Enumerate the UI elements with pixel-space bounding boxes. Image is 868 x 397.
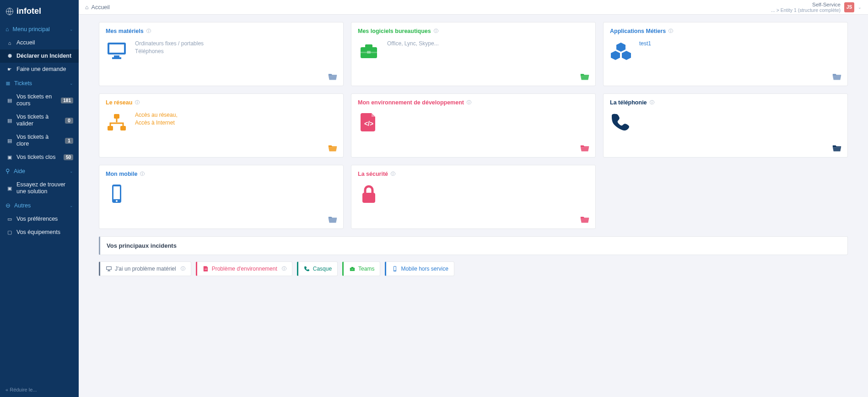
sidebar-item-solution[interactable]: ▣ Essayez de trouver une solution [0,178,79,198]
sidebar-item-label: Vos tickets clos [16,154,60,161]
card-title-text: Mon environnement de développement [358,99,464,106]
card-body [358,111,589,133]
info-icon[interactable]: ⓘ [140,171,145,177]
card-title: Mes matérielsⓘ [106,28,337,34]
menu-section-main[interactable]: ⌂ Menu principal ⌄ [0,22,79,36]
sidebar-item-tickets-encours[interactable]: ▤ Vos tickets en cours 181 [0,90,79,110]
card-icon [358,111,380,133]
sidebar-item-declarer-incident[interactable]: ✺ Déclarer un Incident [0,49,79,63]
card-icon [610,40,632,62]
category-card[interactable]: La sécuritéⓘ [351,165,596,229]
phone-icon [304,266,310,272]
menu-section-tickets[interactable]: ≣ Tickets ⌄ [0,76,79,90]
quick-incident-item[interactable]: Casque [297,261,338,276]
desktop-icon [106,266,112,272]
mobile-icon [392,266,398,272]
category-card[interactable]: Mes logiciels bureautiquesⓘOffice, Lync,… [351,22,596,86]
quick-incident-label: Teams [358,266,374,272]
card-title: Mon mobileⓘ [106,171,337,177]
card-icon [610,111,632,133]
card-title-text: Le réseau [106,99,132,106]
menu-section-aide[interactable]: ⚲ Aide ⌄ [0,164,79,178]
grid-icon: ⊖ [5,202,11,209]
sidebar: infotel ⌂ Menu principal ⌄ ⌂ Accueil ✺ D… [0,0,79,397]
breadcrumb-label: Accueil [92,4,110,11]
category-grid: Mes matérielsⓘOrdinateurs fixes / portab… [99,22,848,229]
card-icon [358,40,380,62]
folder-open-icon [832,72,842,82]
breadcrumb[interactable]: ⌂ Accueil [85,4,110,11]
info-icon[interactable]: ⓘ [434,28,438,34]
info-icon[interactable]: ⓘ [146,28,151,34]
category-card[interactable]: La téléphonieⓘ [603,93,848,158]
content: Mes matérielsⓘOrdinateurs fixes / portab… [79,15,868,283]
chevron-down-icon[interactable]: ⌄ [858,5,862,10]
info-icon[interactable]: ⓘ [181,266,185,272]
folder-open-icon [328,215,338,225]
folder-open-icon [832,143,842,153]
card-desc: Ordinateurs fixes / portables Téléphones [135,40,204,55]
info-icon[interactable]: ⓘ [669,28,673,34]
bug-icon: ✺ [6,53,13,59]
folder-open-icon [328,143,338,153]
category-card[interactable]: Mon environnement de développementⓘ [351,93,596,158]
incidents-panel: Vos principaux incidents [99,236,848,255]
sidebar-item-faire-demande[interactable]: ☛ Faire une demande [0,63,79,76]
card-title-text: La téléphonie [610,99,647,106]
topbar: ⌂ Accueil Self-Service ... > Entity 1 (s… [79,0,868,15]
folder-open-icon [580,143,590,153]
home-icon: ⌂ [85,4,89,11]
card-icon [106,40,128,62]
lightbulb-icon: ▣ [6,185,13,191]
quick-incident-item[interactable]: Problème d'environnementⓘ [196,261,292,276]
chevron-down-icon: ⌄ [70,203,73,208]
quick-incident-item[interactable]: Teams [342,261,380,276]
card-title-text: Mes logiciels bureautiques [358,28,431,34]
category-card[interactable]: Mon mobileⓘ [99,165,344,229]
card-title: Mon environnement de développementⓘ [358,99,589,106]
home-icon: ⌂ [5,26,9,33]
info-icon[interactable]: ⓘ [282,266,286,272]
sidebar-item-tickets-clore[interactable]: ▤ Vos tickets à clore 1 [0,131,79,151]
info-icon[interactable]: ⓘ [135,99,140,106]
sidebar-collapse[interactable]: « Réduire le... [0,382,79,397]
menu-section-autres[interactable]: ⊖ Autres ⌄ [0,198,79,212]
info-icon[interactable]: ⓘ [650,99,654,106]
sidebar-collapse-label: Réduire le... [10,387,37,392]
card-title: La sécuritéⓘ [358,171,589,177]
sidebar-item-label: Accueil [16,39,73,46]
sidebar-item-equipements[interactable]: ▢ Vos équipements [0,226,79,239]
ticket-icon: ▤ [6,98,13,103]
topbar-right: Self-Service ... > Entity 1 (structure c… [771,2,862,13]
sidebar-item-preferences[interactable]: ▭ Vos préférences [0,212,79,226]
category-card[interactable]: Mes matérielsⓘOrdinateurs fixes / portab… [99,22,344,86]
info-icon[interactable]: ⓘ [467,99,471,106]
category-card[interactable]: Le réseauⓘAccès au réseau, Accès à Inter… [99,93,344,158]
card-body: Office, Lync, Skype... [358,40,589,62]
card-desc: Accès au réseau, Accès à Internet [135,111,178,127]
sidebar-item-tickets-valider[interactable]: ▤ Vos tickets à valider 0 [0,110,79,131]
brand-logo[interactable]: infotel [0,0,79,22]
main: ⌂ Accueil Self-Service ... > Entity 1 (s… [79,0,868,397]
avatar[interactable]: JS [844,2,854,12]
sidebar-item-label: Faire une demande [16,66,73,73]
brand-globe-icon [5,7,14,16]
quick-incident-item[interactable]: J'ai un problème matérielⓘ [99,261,191,276]
card-title: Mes logiciels bureautiquesⓘ [358,28,589,34]
count-badge: 1 [65,138,73,144]
quick-incident-item[interactable]: Mobile hors service [385,261,454,276]
codefile-icon [203,266,209,272]
home-icon: ⌂ [6,40,13,46]
folder-open-icon [328,72,338,82]
count-badge: 181 [61,98,73,103]
category-card[interactable]: Applications Métiersⓘtest1 [603,22,848,86]
info-icon[interactable]: ⓘ [391,171,395,177]
sidebar-item-accueil[interactable]: ⌂ Accueil [0,36,79,49]
card-body [106,183,337,205]
sidebar-item-label: Vos tickets en cours [16,93,57,107]
card-body: Ordinateurs fixes / portables Téléphones [106,40,337,62]
card-icon [106,183,128,205]
sidebar-item-label: Vos tickets à clore [16,134,61,147]
sidebar-menu: ⌂ Menu principal ⌄ ⌂ Accueil ✺ Déclarer … [0,22,79,382]
sidebar-item-tickets-clos[interactable]: ▣ Vos tickets clos 50 [0,151,79,164]
